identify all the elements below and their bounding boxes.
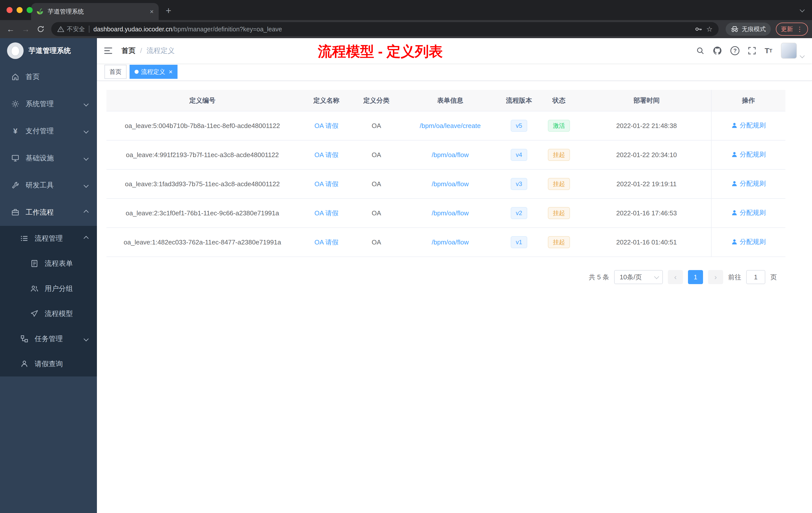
warning-triangle-icon [57, 26, 64, 32]
back-button[interactable]: ← [4, 23, 17, 36]
definition-name-link[interactable]: OA 请假 [314, 180, 338, 188]
definition-category: OA [354, 199, 398, 228]
new-tab-button[interactable]: + [166, 5, 171, 16]
security-warning[interactable]: 不安全 [57, 25, 85, 33]
sidebar-item-label: 用户分组 [45, 284, 89, 293]
definition-category: OA [354, 111, 398, 140]
version-badge: v4 [511, 149, 527, 161]
chevron-up-icon [84, 236, 89, 241]
definition-name-link[interactable]: OA 请假 [314, 151, 338, 159]
tag-label: 流程定义 [141, 68, 165, 76]
page-size-select[interactable]: 10条/页 [614, 270, 663, 284]
tab-close-icon[interactable]: × [150, 8, 154, 16]
sidebar-item[interactable]: 系统管理 [0, 90, 97, 117]
incognito-icon [731, 26, 739, 33]
home-icon [11, 73, 20, 81]
person-icon [20, 360, 29, 368]
sidebar-item[interactable]: 流程管理 [0, 226, 97, 251]
minimize-window-button[interactable] [17, 7, 23, 13]
chevron-down-icon [84, 101, 89, 107]
sidebar-item-label: 流程模型 [45, 309, 89, 319]
assign-rule-button[interactable]: 分配规则 [731, 121, 766, 130]
sidebar-item-label: 基础设施 [26, 153, 78, 163]
fullscreen-icon[interactable] [748, 47, 756, 55]
password-key-icon[interactable] [695, 25, 702, 33]
security-label: 不安全 [67, 25, 85, 33]
sidebar-item[interactable]: 用户分组 [0, 276, 97, 301]
update-label: 更新 [781, 25, 793, 33]
definition-name-link[interactable]: OA 请假 [314, 122, 338, 129]
sidebar-item[interactable]: 流程表单 [0, 251, 97, 276]
workflow-icon [11, 208, 20, 216]
status-badge: 激活 [548, 120, 570, 132]
definitions-table: 定义编号定义名称定义分类表单信息流程版本状态部署时间操作 oa_leave:5:… [107, 90, 785, 257]
form-link[interactable]: /bpm/oa/flow [432, 151, 468, 159]
assign-rule-button[interactable]: 分配规则 [731, 208, 766, 217]
breadcrumb-home[interactable]: 首页 [121, 46, 136, 56]
pagination: 共 5 条 10条/页 ‹ 1 › 前往 页 [107, 270, 777, 284]
assign-rule-button[interactable]: 分配规则 [731, 179, 766, 188]
form-link[interactable]: /bpm/oa/flow [432, 209, 468, 217]
help-icon[interactable]: ? [730, 46, 740, 55]
app-logo[interactable]: 芋道管理系统 [0, 38, 97, 63]
maximize-window-button[interactable] [27, 7, 33, 13]
sidebar-item-label: 系统管理 [26, 99, 78, 109]
sidebar-item[interactable]: 请假查询 [0, 351, 97, 376]
sidebar-item[interactable]: 任务管理 [0, 326, 97, 351]
sidebar-menu: 首页系统管理¥支付管理基础设施研发工具工作流程流程管理流程表单用户分组流程模型任… [0, 63, 97, 513]
sidebar-item[interactable]: 工作流程 [0, 199, 97, 226]
user-icon [731, 122, 738, 129]
collapse-sidebar-button[interactable] [104, 47, 113, 55]
assign-rule-button[interactable]: 分配规则 [731, 237, 766, 246]
search-icon[interactable] [696, 47, 704, 55]
user-icon [731, 180, 738, 187]
browser-tab[interactable]: 芋道管理系统 × [31, 3, 159, 20]
task-icon [20, 335, 29, 343]
tag-item[interactable]: 首页 [105, 65, 126, 79]
address-bar[interactable]: 不安全 dashboard.yudao.iocoder.cn/bpm/manag… [51, 22, 719, 36]
browser-menu-icon[interactable]: ⋮ [796, 25, 803, 33]
form-icon [30, 260, 39, 268]
definition-name-link[interactable]: OA 请假 [314, 209, 338, 217]
bookmark-star-icon[interactable]: ☆ [706, 25, 713, 33]
reload-button[interactable] [34, 23, 47, 36]
page-size-value: 10条/页 [620, 273, 642, 281]
definition-name-link[interactable]: OA 请假 [314, 238, 338, 246]
chevron-down-icon [654, 274, 659, 279]
deploy-time: 2022-01-22 21:48:38 [582, 111, 711, 140]
prev-page-button[interactable]: ‹ [668, 270, 683, 284]
window-controls [6, 7, 33, 13]
sidebar-item[interactable]: 研发工具 [0, 172, 97, 199]
browser-update-button[interactable]: 更新 ⋮ [776, 23, 808, 36]
column-header: 表单信息 [398, 90, 502, 111]
sidebar-item[interactable]: ¥支付管理 [0, 117, 97, 145]
user-menu-chevron-icon[interactable] [801, 50, 804, 59]
current-page-button[interactable]: 1 [688, 270, 703, 284]
definition-category: OA [354, 170, 398, 199]
form-link[interactable]: /bpm/oa/leave/create [420, 122, 481, 129]
assign-rule-button[interactable]: 分配规则 [731, 150, 766, 159]
tab-search-chevron-icon[interactable] [801, 4, 804, 13]
goto-page-input[interactable] [746, 270, 765, 284]
version-badge: v5 [511, 120, 527, 132]
next-page-button[interactable]: › [708, 270, 723, 284]
user-avatar[interactable] [781, 43, 797, 59]
definition-category: OA [354, 228, 398, 257]
sidebar-item[interactable]: 基础设施 [0, 145, 97, 172]
font-size-icon[interactable]: TT [764, 47, 772, 55]
chevron-down-icon [84, 156, 89, 161]
url-separator [89, 26, 89, 33]
form-link[interactable]: /bpm/oa/flow [432, 180, 468, 188]
forward-button[interactable]: → [19, 23, 32, 36]
user-icon [731, 151, 738, 158]
github-icon[interactable] [713, 46, 722, 55]
sidebar-item[interactable]: 流程模型 [0, 301, 97, 326]
close-window-button[interactable] [6, 7, 12, 13]
app-container: 芋道管理系统 首页系统管理¥支付管理基础设施研发工具工作流程流程管理流程表单用户… [0, 38, 812, 513]
sidebar-item[interactable]: 首页 [0, 63, 97, 90]
tag-item[interactable]: 流程定义× [129, 65, 177, 79]
goto-unit: 页 [770, 273, 777, 281]
tag-close-icon[interactable]: × [169, 68, 173, 76]
form-link[interactable]: /bpm/oa/flow [432, 238, 468, 246]
sidebar-item-label: 研发工具 [26, 180, 78, 190]
